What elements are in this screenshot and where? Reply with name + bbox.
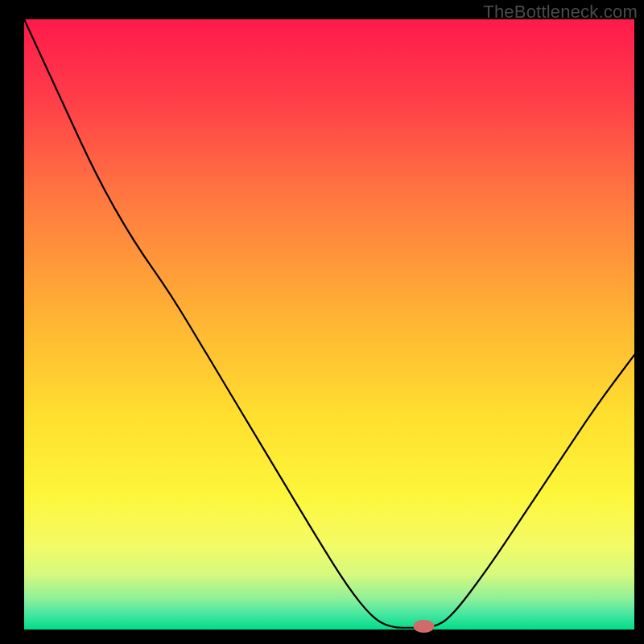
- optimal-point-marker: [413, 620, 434, 633]
- chart-gradient-bg: [24, 19, 634, 630]
- chart-container: TheBottleneck.com: [0, 0, 644, 644]
- bottleneck-chart: [0, 0, 644, 644]
- watermark-text: TheBottleneck.com: [483, 2, 638, 23]
